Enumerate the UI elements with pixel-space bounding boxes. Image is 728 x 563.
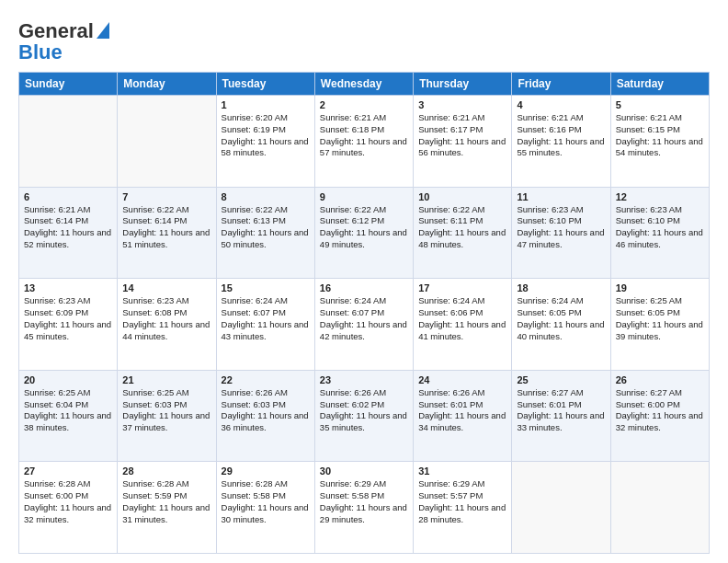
day-number: 12 xyxy=(616,191,704,202)
day-info: Sunrise: 6:28 AMSunset: 6:00 PMDaylight:… xyxy=(24,478,112,525)
logo: General Blue xyxy=(18,20,109,63)
calendar-day-cell: 12Sunrise: 6:23 AMSunset: 6:10 PMDayligh… xyxy=(610,187,709,279)
logo-general: General xyxy=(18,21,94,41)
day-info: Sunrise: 6:24 AMSunset: 6:07 PMDaylight:… xyxy=(222,295,310,342)
calendar-day-cell: 1Sunrise: 6:20 AMSunset: 6:19 PMDaylight… xyxy=(216,96,314,188)
calendar-day-cell: 11Sunrise: 6:23 AMSunset: 6:10 PMDayligh… xyxy=(512,187,610,279)
day-info: Sunrise: 6:25 AMSunset: 6:05 PMDaylight:… xyxy=(616,295,704,342)
day-info: Sunrise: 6:26 AMSunset: 6:03 PMDaylight:… xyxy=(222,387,310,434)
calendar-day-cell: 20Sunrise: 6:25 AMSunset: 6:04 PMDayligh… xyxy=(19,370,118,462)
calendar-day-cell: 30Sunrise: 6:29 AMSunset: 5:58 PMDayligh… xyxy=(314,462,413,554)
day-info: Sunrise: 6:24 AMSunset: 6:05 PMDaylight:… xyxy=(517,295,605,342)
calendar-day-cell: 15Sunrise: 6:24 AMSunset: 6:07 PMDayligh… xyxy=(216,279,314,371)
calendar-day-cell: 22Sunrise: 6:26 AMSunset: 6:03 PMDayligh… xyxy=(216,370,314,462)
day-number: 6 xyxy=(24,191,112,202)
day-number: 1 xyxy=(222,99,310,110)
day-info: Sunrise: 6:23 AMSunset: 6:09 PMDaylight:… xyxy=(24,295,112,342)
day-number: 15 xyxy=(222,282,310,293)
calendar-week-row: 6Sunrise: 6:21 AMSunset: 6:14 PMDaylight… xyxy=(19,187,710,279)
calendar-day-cell: 8Sunrise: 6:22 AMSunset: 6:13 PMDaylight… xyxy=(216,187,314,279)
calendar-day-cell xyxy=(512,462,610,554)
day-info: Sunrise: 6:22 AMSunset: 6:12 PMDaylight:… xyxy=(320,204,408,251)
calendar-day-cell: 16Sunrise: 6:24 AMSunset: 6:07 PMDayligh… xyxy=(314,279,413,371)
weekday-header: Wednesday xyxy=(314,73,413,96)
day-number: 7 xyxy=(122,191,210,202)
calendar-day-cell: 9Sunrise: 6:22 AMSunset: 6:12 PMDaylight… xyxy=(314,187,413,279)
calendar-day-cell: 10Sunrise: 6:22 AMSunset: 6:11 PMDayligh… xyxy=(414,187,512,279)
day-info: Sunrise: 6:23 AMSunset: 6:08 PMDaylight:… xyxy=(122,295,210,342)
calendar-week-row: 27Sunrise: 6:28 AMSunset: 6:00 PMDayligh… xyxy=(19,462,710,554)
day-info: Sunrise: 6:23 AMSunset: 6:10 PMDaylight:… xyxy=(517,204,605,251)
calendar-day-cell xyxy=(118,96,216,188)
calendar-day-cell: 31Sunrise: 6:29 AMSunset: 5:57 PMDayligh… xyxy=(414,462,512,554)
day-number: 3 xyxy=(418,99,506,110)
day-number: 29 xyxy=(222,465,310,477)
day-number: 13 xyxy=(24,282,112,293)
weekday-header: Tuesday xyxy=(216,73,314,96)
day-info: Sunrise: 6:26 AMSunset: 6:02 PMDaylight:… xyxy=(320,387,408,434)
day-info: Sunrise: 6:25 AMSunset: 6:04 PMDaylight:… xyxy=(24,387,112,434)
calendar-day-cell xyxy=(19,96,118,188)
day-info: Sunrise: 6:20 AMSunset: 6:19 PMDaylight:… xyxy=(222,112,310,159)
day-number: 17 xyxy=(418,282,506,293)
day-info: Sunrise: 6:24 AMSunset: 6:06 PMDaylight:… xyxy=(418,295,506,342)
header: General Blue xyxy=(18,17,710,63)
day-info: Sunrise: 6:27 AMSunset: 6:00 PMDaylight:… xyxy=(616,387,704,434)
calendar-day-cell: 26Sunrise: 6:27 AMSunset: 6:00 PMDayligh… xyxy=(610,370,709,462)
day-number: 5 xyxy=(616,99,704,110)
day-info: Sunrise: 6:22 AMSunset: 6:11 PMDaylight:… xyxy=(418,204,506,251)
day-info: Sunrise: 6:23 AMSunset: 6:10 PMDaylight:… xyxy=(616,204,704,251)
day-info: Sunrise: 6:28 AMSunset: 5:58 PMDaylight:… xyxy=(222,478,310,525)
day-number: 4 xyxy=(517,99,605,110)
day-number: 26 xyxy=(616,374,704,385)
day-number: 11 xyxy=(517,191,605,202)
calendar-week-row: 13Sunrise: 6:23 AMSunset: 6:09 PMDayligh… xyxy=(19,279,710,371)
day-info: Sunrise: 6:22 AMSunset: 6:13 PMDaylight:… xyxy=(222,204,310,251)
svg-marker-0 xyxy=(97,22,109,39)
day-info: Sunrise: 6:21 AMSunset: 6:16 PMDaylight:… xyxy=(517,112,605,159)
weekday-header: Thursday xyxy=(414,73,512,96)
calendar-day-cell: 27Sunrise: 6:28 AMSunset: 6:00 PMDayligh… xyxy=(19,462,118,554)
day-number: 21 xyxy=(122,374,210,385)
weekday-header: Friday xyxy=(512,73,610,96)
day-info: Sunrise: 6:29 AMSunset: 5:57 PMDaylight:… xyxy=(418,478,506,525)
calendar-day-cell: 17Sunrise: 6:24 AMSunset: 6:06 PMDayligh… xyxy=(414,279,512,371)
day-info: Sunrise: 6:21 AMSunset: 6:18 PMDaylight:… xyxy=(320,112,408,159)
day-info: Sunrise: 6:22 AMSunset: 6:14 PMDaylight:… xyxy=(122,204,210,251)
calendar-day-cell: 28Sunrise: 6:28 AMSunset: 5:59 PMDayligh… xyxy=(118,462,216,554)
calendar-day-cell: 13Sunrise: 6:23 AMSunset: 6:09 PMDayligh… xyxy=(19,279,118,371)
calendar-day-cell: 29Sunrise: 6:28 AMSunset: 5:58 PMDayligh… xyxy=(216,462,314,554)
day-number: 25 xyxy=(517,374,605,385)
day-number: 31 xyxy=(418,465,506,477)
day-number: 20 xyxy=(24,374,112,385)
day-number: 28 xyxy=(122,465,210,477)
calendar-day-cell: 6Sunrise: 6:21 AMSunset: 6:14 PMDaylight… xyxy=(19,187,118,279)
day-info: Sunrise: 6:21 AMSunset: 6:15 PMDaylight:… xyxy=(616,112,704,159)
calendar-day-cell: 3Sunrise: 6:21 AMSunset: 6:17 PMDaylight… xyxy=(414,96,512,188)
day-number: 9 xyxy=(320,191,408,202)
day-number: 27 xyxy=(24,465,112,477)
day-number: 10 xyxy=(418,191,506,202)
calendar-day-cell: 21Sunrise: 6:25 AMSunset: 6:03 PMDayligh… xyxy=(118,370,216,462)
calendar-day-cell xyxy=(610,462,709,554)
calendar-day-cell: 4Sunrise: 6:21 AMSunset: 6:16 PMDaylight… xyxy=(512,96,610,188)
calendar-day-cell: 5Sunrise: 6:21 AMSunset: 6:15 PMDaylight… xyxy=(610,96,709,188)
logo-blue: Blue xyxy=(18,42,63,63)
day-number: 19 xyxy=(616,282,704,293)
page: General Blue SundayMondayTuesdayWednesda… xyxy=(0,0,728,563)
day-info: Sunrise: 6:21 AMSunset: 6:14 PMDaylight:… xyxy=(24,204,112,251)
day-info: Sunrise: 6:27 AMSunset: 6:01 PMDaylight:… xyxy=(517,387,605,434)
calendar-day-cell: 25Sunrise: 6:27 AMSunset: 6:01 PMDayligh… xyxy=(512,370,610,462)
calendar-day-cell: 23Sunrise: 6:26 AMSunset: 6:02 PMDayligh… xyxy=(314,370,413,462)
day-number: 16 xyxy=(320,282,408,293)
calendar-day-cell: 14Sunrise: 6:23 AMSunset: 6:08 PMDayligh… xyxy=(118,279,216,371)
day-info: Sunrise: 6:21 AMSunset: 6:17 PMDaylight:… xyxy=(418,112,506,159)
calendar-day-cell: 19Sunrise: 6:25 AMSunset: 6:05 PMDayligh… xyxy=(610,279,709,371)
calendar-day-cell: 18Sunrise: 6:24 AMSunset: 6:05 PMDayligh… xyxy=(512,279,610,371)
day-info: Sunrise: 6:26 AMSunset: 6:01 PMDaylight:… xyxy=(418,387,506,434)
logo-triangle-icon xyxy=(97,22,109,39)
weekday-header: Sunday xyxy=(19,73,118,96)
calendar-header-row: SundayMondayTuesdayWednesdayThursdayFrid… xyxy=(19,73,710,96)
weekday-header: Saturday xyxy=(610,73,709,96)
weekday-header: Monday xyxy=(118,73,216,96)
